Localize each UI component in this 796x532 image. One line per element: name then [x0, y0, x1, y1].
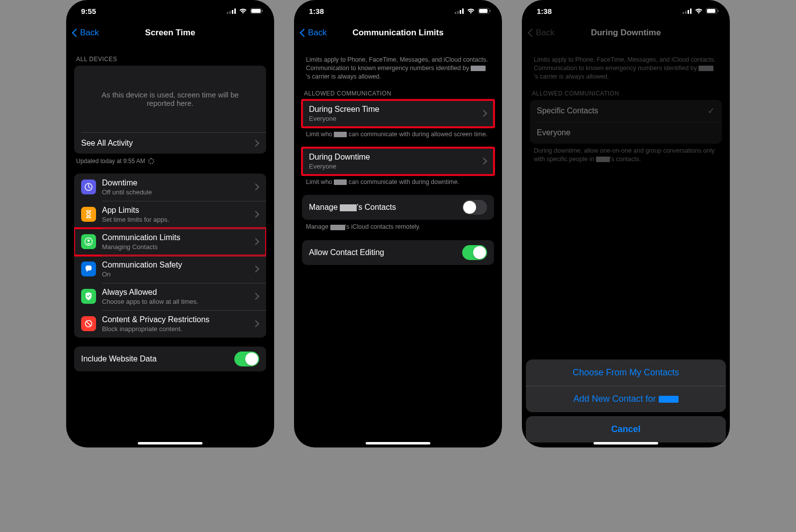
row-include-website-data[interactable]: Include Website Data [74, 347, 266, 371]
chevron-right-icon [483, 158, 487, 165]
action-sheet-options: Choose From My Contacts Add New Contact … [526, 359, 726, 412]
row-subtitle: Off until schedule [102, 188, 255, 196]
content: Limits apply to Phone, FaceTime, Message… [294, 44, 502, 447]
back-button[interactable]: Back [72, 22, 99, 44]
svg-rect-13 [457, 11, 459, 14]
see-all-activity-label: See All Activity [81, 139, 255, 148]
settings-group: Downtime Off until schedule App Limits S… [74, 174, 266, 338]
status-bar: 1:38 [294, 0, 502, 22]
chevron-right-icon [255, 320, 259, 327]
row-subtitle: Everyone [309, 163, 483, 170]
no-sign-icon [81, 316, 96, 331]
svg-rect-2 [232, 10, 233, 14]
row-title: Always Allowed [102, 288, 255, 297]
chevron-right-icon [255, 183, 259, 190]
row-subtitle: On [102, 270, 255, 278]
status-time: 1:38 [537, 7, 552, 15]
battery-icon [250, 8, 263, 14]
nav-bar: Back Screen Time [66, 22, 274, 44]
row-communication-safety[interactable]: Communication Safety On [74, 256, 266, 283]
during-screen-time-group: During Screen Time Everyone [302, 100, 494, 127]
phone-screen-time: 9:55 Back Screen Time ALL DEVICES As thi… [66, 0, 274, 447]
home-indicator[interactable] [138, 442, 202, 444]
svg-rect-5 [251, 9, 261, 13]
home-indicator[interactable] [594, 442, 658, 444]
status-icons [455, 8, 491, 14]
battery-icon [706, 8, 719, 14]
row-title: Content & Privacy Restrictions [102, 315, 255, 324]
manage-contacts-toggle[interactable] [462, 200, 487, 215]
status-icons [227, 8, 263, 14]
row-during-screen-time[interactable]: During Screen Time Everyone [302, 100, 494, 127]
row-subtitle: Everyone [309, 115, 483, 122]
row-manage-contacts[interactable]: Manage 's Contacts [302, 195, 494, 220]
nav-bar: Back Communication Limits [294, 22, 502, 44]
svg-rect-24 [707, 9, 715, 13]
downtime-icon [81, 179, 96, 194]
section-header-allowed: ALLOWED COMMUNICATION [302, 81, 494, 100]
chevron-right-icon [255, 238, 259, 245]
row-during-downtime[interactable]: During Downtime Everyone [302, 148, 494, 175]
svg-rect-21 [688, 10, 689, 14]
row-content-privacy[interactable]: Content & Privacy Restrictions Block ina… [74, 310, 266, 338]
phone-communication-limits: 1:38 Back Communication Limits Limits ap… [294, 0, 502, 447]
chevron-left-icon [300, 28, 306, 38]
battery-icon [478, 8, 491, 14]
usage-card: As this device is used, screen time will… [74, 66, 266, 154]
manage-contacts-group: Manage 's Contacts [302, 195, 494, 220]
svg-rect-22 [690, 8, 692, 14]
section-header-all-devices: ALL DEVICES [74, 47, 266, 66]
intro-text: Limits apply to Phone, FaceTime, Message… [302, 47, 494, 81]
svg-rect-0 [227, 12, 228, 14]
allow-contact-editing-label: Allow Contact Editing [309, 248, 462, 257]
include-website-data-toggle[interactable] [234, 352, 259, 366]
page-title: Communication Limits [352, 28, 443, 38]
svg-rect-3 [234, 8, 236, 14]
page-title: Screen Time [145, 28, 196, 38]
action-sheet-cancel-group: Cancel [526, 416, 726, 443]
chevron-right-icon [255, 266, 259, 272]
status-time: 9:55 [81, 7, 96, 15]
wifi-icon [695, 8, 703, 14]
include-website-data-group: Include Website Data [74, 347, 266, 371]
row-title: During Screen Time [309, 105, 483, 114]
see-all-activity-row[interactable]: See All Activity [74, 133, 266, 154]
sheet-add-new-contact[interactable]: Add New Contact for [526, 386, 726, 412]
svg-rect-15 [462, 8, 464, 14]
sheet-choose-from-contacts[interactable]: Choose From My Contacts [526, 359, 726, 386]
row-allow-contact-editing[interactable]: Allow Contact Editing [302, 240, 494, 265]
back-label: Back [80, 28, 99, 38]
row-specific-contacts[interactable]: Specific Contacts ✓ [530, 100, 722, 122]
row-downtime[interactable]: Downtime Off until schedule [74, 174, 266, 201]
svg-rect-14 [460, 10, 461, 14]
row-communication-limits[interactable]: Communication Limits Managing Contacts [74, 228, 266, 256]
status-icons [683, 8, 719, 14]
row-everyone[interactable]: Everyone [530, 122, 722, 144]
updated-text: Updated today at 9:55 AM [74, 154, 266, 165]
row-title: Communication Safety [102, 261, 255, 269]
row-always-allowed[interactable]: Always Allowed Choose apps to allow at a… [74, 283, 266, 310]
cellular-signal-icon [227, 8, 236, 14]
during-downtime-group: During Downtime Everyone [302, 148, 494, 175]
status-time: 1:38 [309, 7, 324, 15]
row-title: Communication Limits [102, 233, 255, 242]
spinner-icon [148, 158, 154, 164]
back-button[interactable]: Back [300, 22, 327, 44]
status-bar: 9:55 [66, 0, 274, 22]
chevron-right-icon [255, 211, 259, 218]
row-subtitle: Choose apps to allow at all times. [102, 298, 255, 305]
hourglass-icon [81, 207, 96, 222]
svg-rect-18 [490, 10, 491, 12]
sheet-cancel[interactable]: Cancel [526, 416, 726, 443]
checkmark-shield-icon [81, 289, 96, 304]
home-indicator[interactable] [366, 442, 430, 444]
row-title: Downtime [102, 178, 255, 187]
cellular-signal-icon [683, 8, 692, 14]
chevron-right-icon [255, 140, 259, 147]
back-button[interactable]: Back [528, 22, 555, 44]
allow-contact-editing-toggle[interactable] [462, 245, 487, 260]
row-app-limits[interactable]: App Limits Set time limits for apps. [74, 201, 266, 228]
cellular-signal-icon [455, 8, 464, 14]
phone-during-downtime: 1:38 Back During Downtime Limits apply t… [522, 0, 730, 447]
footer-allowed: During downtime, allow one-on-one and gr… [530, 144, 722, 164]
